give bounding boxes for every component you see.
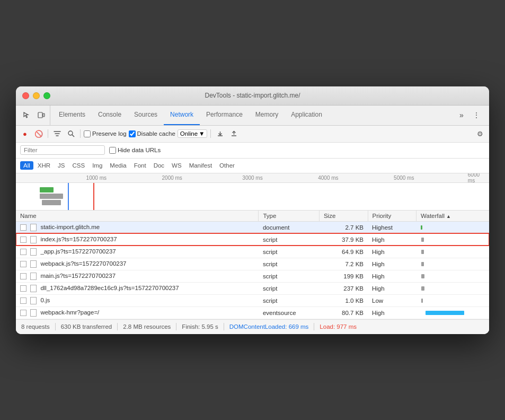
cell-size: 1.0 KB — [319, 294, 368, 307]
timeline-ruler: 1000 ms 2000 ms 3000 ms 4000 ms 5000 ms … — [16, 173, 489, 183]
cursor-icon[interactable] — [20, 109, 33, 121]
type-filter-bar: All XHR JS CSS Img Media Font Doc WS Man… — [16, 159, 489, 173]
type-btn-css[interactable]: CSS — [69, 161, 88, 170]
cell-size: 2.7 KB — [319, 221, 368, 233]
row-checkbox[interactable] — [20, 224, 26, 231]
cell-waterfall — [417, 246, 489, 258]
table-header: Name Type Size Priority Waterfall▲ — [16, 211, 489, 222]
row-checkbox[interactable] — [20, 310, 26, 316]
search-icon[interactable] — [65, 128, 77, 139]
waterfall-bar — [421, 238, 424, 242]
tab-memory[interactable]: Memory — [249, 106, 285, 125]
col-header-name[interactable]: Name — [16, 211, 259, 222]
more-options-icon[interactable]: ⋮ — [470, 109, 483, 121]
tabs-right: » ⋮ — [451, 106, 487, 125]
minimize-button[interactable] — [33, 92, 40, 99]
type-btn-ws[interactable]: WS — [169, 161, 185, 170]
cell-type: document — [259, 221, 319, 233]
file-icon — [30, 297, 37, 304]
throttle-select[interactable]: Online ▼ — [178, 129, 208, 138]
cell-waterfall — [417, 294, 489, 307]
col-header-size[interactable]: Size — [319, 211, 368, 222]
table-row[interactable]: 0.js script 1.0 KB Low — [16, 294, 489, 307]
device-icon[interactable] — [35, 109, 48, 121]
row-checkbox[interactable] — [20, 261, 26, 267]
table-row[interactable]: dll_1762a4d98a7289ec16c9.js?ts=157227070… — [16, 282, 489, 294]
hide-data-urls-checkbox[interactable] — [109, 147, 116, 154]
tick-4000ms: 4000 ms — [318, 175, 338, 181]
filter-icon[interactable] — [51, 128, 63, 139]
svg-point-2 — [68, 131, 73, 135]
type-btn-other[interactable]: Other — [216, 161, 238, 170]
row-checkbox[interactable] — [20, 285, 26, 292]
file-icon — [30, 224, 37, 231]
stop-button[interactable]: 🚫 — [33, 128, 45, 139]
tab-application[interactable]: Application — [285, 106, 329, 125]
type-btn-doc[interactable]: Doc — [150, 161, 167, 170]
cell-priority: High — [368, 307, 417, 319]
table-row[interactable]: main.js?ts=1572270700237 script 199 KB H… — [16, 270, 489, 282]
type-btn-xhr[interactable]: XHR — [34, 161, 54, 170]
preserve-log-label[interactable]: Preserve log — [84, 130, 127, 137]
type-btn-js[interactable]: JS — [55, 161, 68, 170]
cell-priority: Low — [368, 294, 417, 307]
cell-waterfall — [417, 270, 489, 282]
close-button[interactable] — [22, 92, 29, 99]
tab-sources[interactable]: Sources — [128, 106, 164, 125]
col-header-waterfall[interactable]: Waterfall▲ — [417, 211, 489, 222]
type-btn-img[interactable]: Img — [89, 161, 105, 170]
settings-icon[interactable]: ⚙ — [474, 128, 486, 139]
toolbar-separator-2 — [80, 129, 81, 138]
export-icon[interactable] — [228, 128, 240, 139]
cell-type: script — [259, 270, 319, 282]
timeline-area: 1000 ms 2000 ms 3000 ms 4000 ms 5000 ms … — [16, 173, 489, 211]
svg-line-3 — [72, 135, 74, 137]
table-row[interactable]: _app.js?ts=1572270700237 script 64.9 KB … — [16, 246, 489, 258]
status-sep-2 — [117, 323, 118, 330]
table-row[interactable]: webpack.js?ts=1572270700237 script 7.2 K… — [16, 258, 489, 270]
type-btn-manifest[interactable]: Manifest — [186, 161, 215, 170]
tab-elements[interactable]: Elements — [52, 106, 92, 125]
table-row[interactable]: static-import.glitch.me document 2.7 KB … — [16, 221, 489, 233]
col-header-priority[interactable]: Priority — [368, 211, 417, 222]
import-icon[interactable] — [214, 128, 226, 139]
waterfall-bar — [421, 299, 423, 303]
table-row[interactable]: index.js?ts=1572270700237 script 37.9 KB… — [16, 233, 489, 246]
row-checkbox[interactable] — [20, 237, 26, 243]
table-row[interactable]: webpack-hmr?page=/ eventsource 80.7 KB H… — [16, 307, 489, 319]
devtools-body: Elements Console Sources Network Perform… — [16, 106, 489, 334]
disable-cache-label[interactable]: Disable cache — [129, 130, 175, 137]
svg-rect-1 — [43, 113, 45, 117]
type-btn-all[interactable]: All — [20, 161, 33, 170]
cell-priority: High — [368, 258, 417, 270]
type-btn-media[interactable]: Media — [107, 161, 129, 170]
file-icon — [30, 273, 37, 280]
hide-data-urls-label[interactable]: Hide data URLs — [109, 147, 161, 154]
more-tabs-icon[interactable]: » — [455, 109, 468, 121]
col-header-type[interactable]: Type — [259, 211, 319, 222]
tab-performance[interactable]: Performance — [200, 106, 249, 125]
row-checkbox[interactable] — [20, 273, 26, 279]
row-checkbox[interactable] — [20, 298, 26, 304]
timeline-document-bar — [40, 187, 54, 192]
cell-size: 7.2 KB — [319, 258, 368, 270]
cell-waterfall — [417, 233, 489, 246]
record-button[interactable]: ● — [19, 128, 31, 139]
cell-type: script — [259, 233, 319, 246]
chevron-down-icon: ▼ — [199, 130, 205, 137]
tick-5000ms: 5000 ms — [394, 175, 414, 181]
cell-type: eventsource — [259, 307, 319, 319]
type-btn-font[interactable]: Font — [131, 161, 149, 170]
tab-network[interactable]: Network — [164, 106, 200, 125]
cell-type: script — [259, 246, 319, 258]
tab-console[interactable]: Console — [92, 106, 128, 125]
filter-input[interactable] — [20, 145, 105, 155]
cell-name-text: _app.js?ts=1572270700237 — [40, 248, 116, 255]
row-checkbox[interactable] — [20, 249, 26, 255]
waterfall-bar — [421, 286, 424, 291]
disable-cache-checkbox[interactable] — [129, 130, 136, 137]
maximize-button[interactable] — [43, 92, 50, 99]
toolbar-right: ⚙ — [474, 128, 486, 139]
waterfall-bar — [421, 225, 423, 230]
preserve-log-checkbox[interactable] — [84, 130, 91, 137]
